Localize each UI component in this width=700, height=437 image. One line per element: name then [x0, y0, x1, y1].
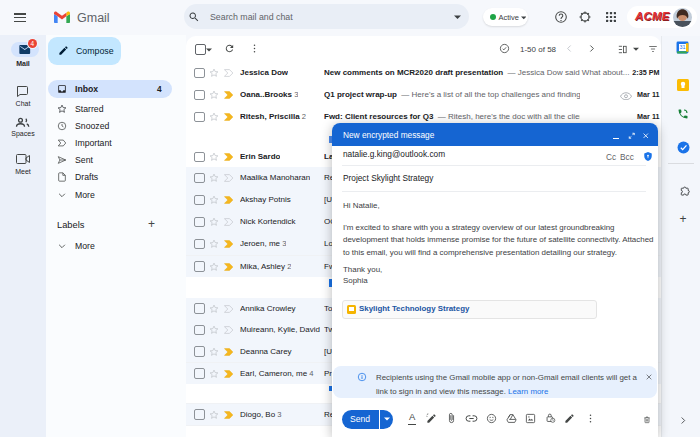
svg-text:31: 31 — [679, 44, 685, 50]
